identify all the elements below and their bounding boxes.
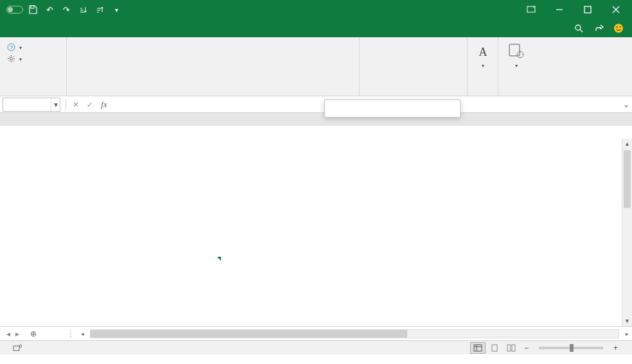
- sheet-nav[interactable]: ◂▸: [0, 329, 26, 338]
- scroll-left-icon[interactable]: ◂: [77, 329, 87, 339]
- zoom-slider[interactable]: [539, 347, 603, 349]
- enter-formula-icon[interactable]: ✓: [83, 98, 97, 112]
- close-icon[interactable]: [602, 0, 629, 19]
- maximize-icon[interactable]: [574, 0, 601, 19]
- scrollbar-thumb[interactable]: [624, 150, 631, 208]
- add-sheet-button[interactable]: ⊕: [26, 329, 41, 338]
- svg-text:?: ?: [9, 44, 12, 51]
- toggle-off-icon[interactable]: [6, 6, 23, 13]
- ribbon-tabs: [0, 19, 632, 37]
- fx-icon[interactable]: fx: [97, 98, 111, 112]
- svg-rect-22: [492, 345, 497, 351]
- group-label-ultimate: [0, 94, 66, 96]
- horizontal-scrollbar[interactable]: ⋮ ◂ ▸: [67, 329, 632, 339]
- chevron-down-icon: [18, 55, 22, 62]
- sheet-prev-icon[interactable]: ◂: [4, 329, 13, 338]
- svg-point-18: [19, 345, 22, 347]
- error-triangle-icon[interactable]: [217, 257, 221, 261]
- scrollbar-thumb[interactable]: [91, 330, 407, 338]
- status-bar: − +: [0, 340, 632, 354]
- manage-icon: [506, 41, 527, 62]
- scroll-up-icon[interactable]: ▲: [622, 139, 632, 149]
- spreadsheet-grid[interactable]: ▲ ▼: [0, 126, 632, 326]
- svg-rect-19: [474, 345, 482, 351]
- chevron-down-icon[interactable]: ▾: [51, 98, 60, 111]
- svg-rect-3: [584, 6, 591, 13]
- group-label-merge: [67, 94, 359, 96]
- name-box[interactable]: ▾: [3, 98, 60, 112]
- sort-asc-icon[interactable]: [76, 3, 90, 17]
- svg-rect-0: [31, 6, 34, 8]
- cancel-formula-icon[interactable]: ✕: [69, 98, 83, 112]
- share-icon[interactable]: [590, 19, 609, 37]
- smiley-icon[interactable]: [609, 19, 628, 37]
- title-bar: ↶ ↷ ▾: [0, 0, 632, 19]
- vertical-scrollbar[interactable]: ▲ ▼: [622, 139, 632, 326]
- qat-customize-icon[interactable]: ▾: [109, 3, 123, 17]
- svg-point-13: [10, 57, 12, 60]
- manage-button[interactable]: ▾: [502, 40, 531, 70]
- column-headers: [0, 113, 632, 126]
- minimize-icon[interactable]: [546, 0, 573, 19]
- formula-bar: ▾ ✕ ✓ fx ⌄: [0, 96, 632, 113]
- svg-point-9: [617, 26, 618, 28]
- help-icon: ?: [6, 42, 15, 51]
- scroll-right-icon[interactable]: ▸: [622, 329, 632, 339]
- gear-icon: [6, 54, 15, 63]
- macro-record-icon[interactable]: [13, 344, 22, 352]
- ribbon: ? A ▾ ▾: [0, 37, 632, 96]
- svg-rect-23: [507, 345, 511, 351]
- help-button[interactable]: ?: [4, 41, 24, 53]
- sheet-next-icon[interactable]: ▸: [13, 329, 22, 338]
- page-layout-view-icon[interactable]: [487, 342, 502, 354]
- options-button[interactable]: [4, 53, 24, 64]
- group-label-dedupe: [360, 94, 467, 96]
- chevron-down-icon: [18, 43, 22, 51]
- svg-point-8: [614, 24, 623, 33]
- autosave-toggle[interactable]: [5, 6, 23, 13]
- sort-desc-icon[interactable]: [92, 3, 107, 17]
- search-button[interactable]: [570, 19, 590, 37]
- text-button[interactable]: A ▾: [471, 40, 495, 70]
- text-icon: A: [473, 41, 493, 62]
- svg-rect-24: [512, 345, 515, 351]
- redo-icon[interactable]: ↷: [59, 3, 73, 17]
- ribbon-display-icon[interactable]: [518, 0, 545, 19]
- scroll-down-icon[interactable]: ▼: [622, 316, 632, 326]
- svg-point-6: [575, 25, 581, 30]
- svg-line-7: [580, 30, 583, 32]
- tooltip: [324, 100, 461, 117]
- svg-rect-15: [509, 44, 520, 56]
- normal-view-icon[interactable]: [470, 342, 486, 354]
- svg-point-10: [620, 26, 621, 28]
- svg-rect-17: [13, 346, 19, 351]
- save-icon[interactable]: [26, 3, 40, 17]
- sheet-tabs-bar: ◂▸ ⊕ ⋮ ◂ ▸: [0, 326, 632, 340]
- zoom-out-button[interactable]: −: [520, 343, 532, 352]
- zoom-in-button[interactable]: +: [610, 343, 622, 352]
- undo-icon[interactable]: ↶: [42, 3, 57, 17]
- page-break-view-icon[interactable]: [504, 342, 519, 354]
- svg-text:A: A: [479, 46, 487, 58]
- expand-formula-icon[interactable]: ⌄: [620, 98, 632, 112]
